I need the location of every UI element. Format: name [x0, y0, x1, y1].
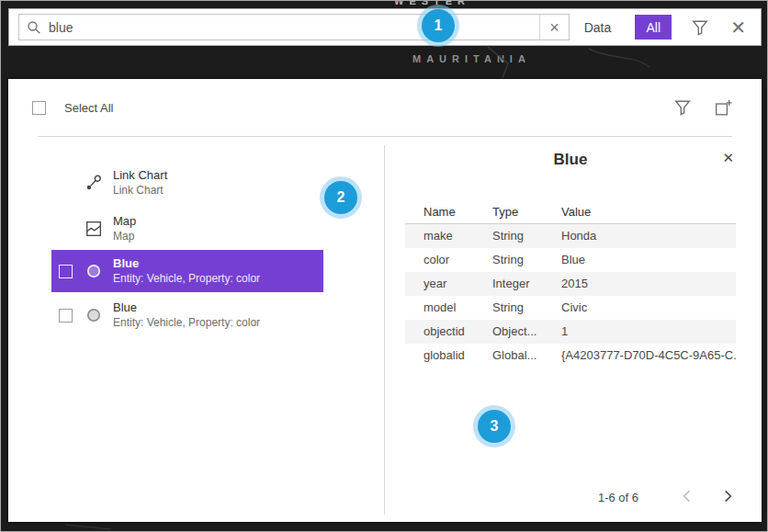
table-row: make String Honda — [405, 224, 736, 248]
item-subtitle: Entity: Vehicle, Property: color — [113, 316, 260, 330]
annotation-badge-2: 2 — [324, 181, 357, 214]
detail-panel: Blue ✕ Name Type Value make String Honda… — [405, 151, 736, 368]
map-label-mauritania: MAURITANIA — [412, 53, 531, 64]
search-bar: × Data All ✕ — [8, 8, 762, 46]
link-chart-icon — [85, 175, 102, 191]
cell-type: Integer — [492, 272, 561, 296]
item-title: Blue — [113, 300, 260, 315]
search-bar-controls: Data All ✕ — [579, 15, 761, 40]
detail-title: Blue — [405, 151, 736, 169]
cell-name: objectid — [405, 320, 492, 344]
cell-value: Civic — [561, 296, 736, 320]
detail-header: Blue ✕ — [405, 151, 736, 182]
list-item-link-chart[interactable]: Link Chart Link Chart — [51, 162, 323, 204]
item-checkbox[interactable] — [59, 265, 73, 278]
table-row: globalid Global... {A4203777-D70D-4C5C-9… — [405, 344, 736, 368]
item-subtitle: Link Chart — [113, 184, 167, 198]
divider — [38, 136, 732, 137]
cell-value: 2015 — [561, 272, 736, 296]
entity-circle-icon — [85, 307, 102, 323]
divider — [384, 145, 385, 515]
item-title: Map — [113, 214, 136, 229]
all-filter-button[interactable]: All — [635, 15, 672, 40]
search-field: × — [18, 14, 570, 40]
cell-type: String — [492, 296, 561, 320]
filter-button[interactable] — [690, 17, 710, 38]
cell-type: Object... — [492, 320, 561, 344]
close-search-button[interactable]: ✕ — [728, 18, 748, 37]
cell-value: Blue — [561, 248, 736, 272]
item-subtitle: Map — [113, 230, 136, 243]
cell-name: color — [405, 248, 492, 272]
annotation-badge-1: 1 — [422, 9, 455, 42]
results-panel: Select All — [8, 79, 762, 522]
column-header-type: Type — [492, 200, 561, 223]
select-all-checkbox[interactable] — [32, 101, 46, 115]
pagination: 1-6 of 6 — [598, 486, 736, 509]
item-title: Blue — [113, 256, 260, 271]
column-header-value: Value — [561, 200, 736, 223]
annotation-badge-3: 3 — [478, 410, 511, 443]
properties-table: Name Type Value make String Honda color … — [405, 200, 736, 368]
cell-name: model — [405, 296, 492, 320]
table-row: model String Civic — [405, 296, 736, 320]
cell-name: make — [405, 224, 492, 248]
table-row: color String Blue — [405, 248, 736, 272]
panel-toolbar: Select All — [8, 79, 762, 136]
item-subtitle: Entity: Vehicle, Property: color — [113, 272, 260, 286]
item-checkbox[interactable] — [59, 309, 73, 323]
search-icon — [19, 15, 49, 40]
pagination-label: 1-6 of 6 — [598, 491, 638, 504]
item-title: Link Chart — [113, 168, 167, 183]
table-header: Name Type Value — [405, 200, 736, 224]
cell-name: year — [405, 272, 492, 296]
cell-value: 1 — [561, 320, 736, 344]
list-item-blue-selected[interactable]: Blue Entity: Vehicle, Property: color — [51, 250, 323, 292]
cell-type: String — [492, 224, 561, 248]
detail-close-button[interactable]: ✕ — [722, 151, 734, 164]
filter-results-button[interactable] — [672, 97, 693, 118]
table-row: objectid Object... 1 — [405, 320, 736, 344]
data-filter-button[interactable]: Data — [579, 17, 617, 39]
select-all-label: Select All — [64, 101, 113, 115]
cell-type: Global... — [492, 344, 561, 368]
map-icon — [85, 221, 102, 237]
app-window: WESTER MAURITANIA × Data All — [0, 0, 768, 532]
map-label-western: WESTER — [394, 0, 470, 6]
search-input[interactable] — [49, 15, 539, 40]
panel-toolbar-icons — [672, 97, 762, 119]
previous-page-button[interactable] — [679, 486, 695, 509]
cell-name: globalid — [405, 344, 492, 368]
list-item-map[interactable]: Map Map — [51, 208, 323, 250]
list-item-blue[interactable]: Blue Entity: Vehicle, Property: color — [51, 294, 323, 336]
column-header-name: Name — [405, 200, 492, 223]
cell-value: {A4203777-D70D-4C5C-9A65-C... — [561, 344, 736, 368]
table-row: year Integer 2015 — [405, 272, 736, 296]
cell-type: String — [492, 248, 561, 272]
clear-search-button[interactable]: × — [539, 15, 569, 40]
entity-circle-icon — [85, 263, 102, 279]
cell-value: Honda — [561, 224, 736, 248]
add-filter-button[interactable] — [713, 97, 734, 119]
next-page-button[interactable] — [720, 486, 736, 509]
